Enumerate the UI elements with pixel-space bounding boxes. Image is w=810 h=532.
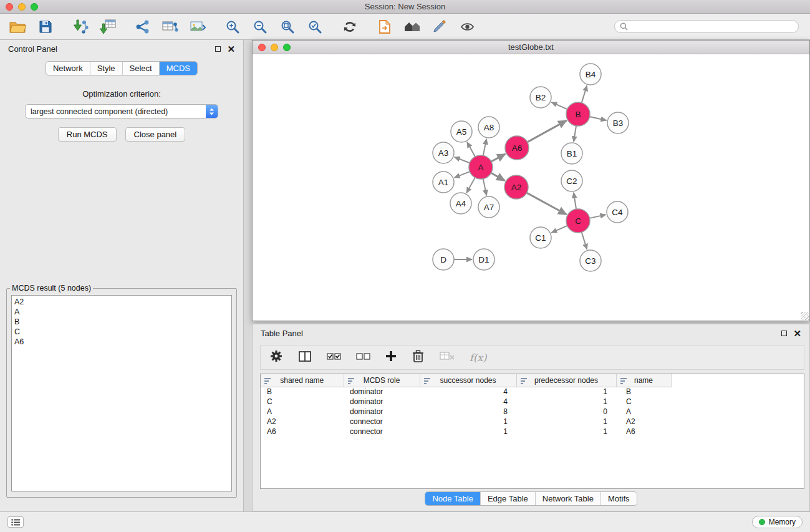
table-cell[interactable]: dominator xyxy=(344,397,420,407)
graph-edge-A-A6[interactable] xyxy=(491,154,506,162)
float-panel-icon[interactable] xyxy=(215,46,221,52)
graph-edge-C-C1[interactable] xyxy=(551,226,567,233)
table-cell[interactable]: A2 xyxy=(261,417,344,427)
graph-edge-B-B4[interactable] xyxy=(582,85,587,103)
select-all-columns-button[interactable] xyxy=(327,351,341,364)
zoom-fit-button[interactable] xyxy=(276,16,299,37)
table-cell[interactable]: dominator xyxy=(344,387,420,397)
tab-edge-table[interactable]: Edge Table xyxy=(480,492,535,505)
table-cell[interactable]: A xyxy=(261,407,344,417)
table-cell[interactable]: B xyxy=(616,387,671,397)
mcds-result-item[interactable]: A2 xyxy=(14,297,229,307)
table-cell[interactable]: dominator xyxy=(344,407,420,417)
graph-edge-A2-C[interactable] xyxy=(527,193,567,215)
function-builder-button[interactable]: f(x) xyxy=(470,352,486,364)
search-box[interactable] xyxy=(614,20,799,33)
network-close-button[interactable] xyxy=(258,44,266,51)
close-table-panel-icon[interactable]: ✕ xyxy=(793,329,801,338)
graph-edge-A-A8[interactable] xyxy=(483,139,486,156)
table-cell[interactable]: A xyxy=(616,407,671,417)
delete-column-button[interactable] xyxy=(412,349,425,365)
table-cell[interactable]: A6 xyxy=(261,427,344,437)
graph-edge-A-A7[interactable] xyxy=(483,179,486,196)
minimize-window-button[interactable] xyxy=(18,3,26,11)
graph-edge-A-A3[interactable] xyxy=(455,157,470,163)
table-cell[interactable]: connector xyxy=(344,427,420,437)
zoom-window-button[interactable] xyxy=(31,3,38,11)
mcds-result-item[interactable]: C xyxy=(14,327,229,337)
tab-network-table[interactable]: Network Table xyxy=(535,492,600,505)
close-panel-button[interactable]: Close panel xyxy=(125,127,186,142)
apply-style-button[interactable] xyxy=(428,16,451,37)
tab-select[interactable]: Select xyxy=(122,62,159,75)
mcds-result-item[interactable]: B xyxy=(14,317,229,327)
graph-edge-A-A4[interactable] xyxy=(466,178,475,193)
graph-edge-B-B2[interactable] xyxy=(551,102,567,109)
column-header-predecessor-nodes[interactable]: predecessor nodes xyxy=(516,374,616,387)
table-cell[interactable]: 1 xyxy=(516,387,616,397)
tab-motifs[interactable]: Motifs xyxy=(600,492,637,505)
table-cell[interactable]: C xyxy=(616,397,671,407)
network-from-image-button[interactable] xyxy=(186,16,210,37)
graph-edge-B-B3[interactable] xyxy=(590,117,607,120)
table-cell[interactable]: C xyxy=(261,397,344,407)
table-row[interactable]: Adominator80A xyxy=(261,407,671,417)
table-cell[interactable]: A2 xyxy=(616,417,671,427)
refresh-network-button[interactable] xyxy=(338,16,362,37)
network-window-titlebar[interactable]: testGlobe.txt xyxy=(253,41,809,54)
zoom-in-button[interactable] xyxy=(221,16,244,37)
graph-edge-C-C3[interactable] xyxy=(582,232,587,249)
graph-edge-B-B1[interactable] xyxy=(574,126,576,142)
graph-edge-A-A2[interactable] xyxy=(491,173,505,180)
zoom-out-button[interactable] xyxy=(248,16,272,37)
show-column-button[interactable] xyxy=(298,350,312,365)
table-row[interactable]: Cdominator41C xyxy=(261,397,671,407)
table-cell[interactable]: 0 xyxy=(516,407,616,417)
table-cell[interactable]: A6 xyxy=(616,427,671,437)
zoom-selected-button[interactable] xyxy=(303,16,327,37)
close-panel-icon[interactable]: ✕ xyxy=(227,44,235,54)
table-row[interactable]: Bdominator41B xyxy=(261,387,671,397)
network-zoom-button[interactable] xyxy=(283,44,291,51)
table-cell[interactable]: 1 xyxy=(420,427,516,437)
column-header-name[interactable]: name xyxy=(616,374,671,387)
open-session-button[interactable] xyxy=(6,16,30,37)
graph-edge-C-C4[interactable] xyxy=(590,215,606,218)
home-button[interactable] xyxy=(400,16,424,37)
run-mcds-button[interactable]: Run MCDS xyxy=(58,127,117,142)
column-header-successor-nodes[interactable]: successor nodes xyxy=(420,374,516,387)
table-cell[interactable]: 1 xyxy=(516,427,616,437)
table-cell[interactable]: 1 xyxy=(516,397,616,407)
show-task-history-button[interactable] xyxy=(7,516,24,528)
import-table-file-button[interactable] xyxy=(96,16,120,37)
save-session-button[interactable] xyxy=(34,16,57,37)
close-window-button[interactable] xyxy=(6,3,13,11)
graph-edge-A-A1[interactable] xyxy=(455,172,470,178)
resize-grip[interactable] xyxy=(801,312,809,320)
table-cell[interactable]: 1 xyxy=(516,417,616,427)
float-table-panel-icon[interactable] xyxy=(781,331,787,336)
tab-style[interactable]: Style xyxy=(90,62,122,75)
mcds-result-item[interactable]: A xyxy=(14,307,229,317)
network-from-table-button[interactable] xyxy=(158,16,182,37)
table-row[interactable]: A2connector11A2 xyxy=(261,417,671,427)
mcds-result-item[interactable]: A6 xyxy=(14,337,229,347)
tab-network[interactable]: Network xyxy=(46,62,90,75)
new-network-button[interactable] xyxy=(131,16,155,37)
table-cell[interactable]: connector xyxy=(344,417,420,427)
column-header-shared-name[interactable]: shared name xyxy=(261,374,344,387)
table-row[interactable]: A6connector11A6 xyxy=(261,427,671,437)
session-document-button[interactable] xyxy=(373,16,397,37)
tab-mcds[interactable]: MCDS xyxy=(159,62,197,75)
table-cell[interactable]: B xyxy=(261,387,344,397)
graph-edge-A6-B[interactable] xyxy=(528,120,567,142)
graph-edge-C-C2[interactable] xyxy=(574,193,576,209)
graph-edge-A-A5[interactable] xyxy=(467,142,475,157)
memory-button[interactable]: Memory xyxy=(752,516,803,528)
table-cell[interactable]: 4 xyxy=(420,387,516,397)
tab-node-table[interactable]: Node Table xyxy=(425,492,480,505)
search-input[interactable] xyxy=(631,22,793,31)
table-cell[interactable]: 1 xyxy=(420,417,516,427)
network-minimize-button[interactable] xyxy=(271,44,278,51)
table-cell[interactable]: 8 xyxy=(420,407,516,417)
